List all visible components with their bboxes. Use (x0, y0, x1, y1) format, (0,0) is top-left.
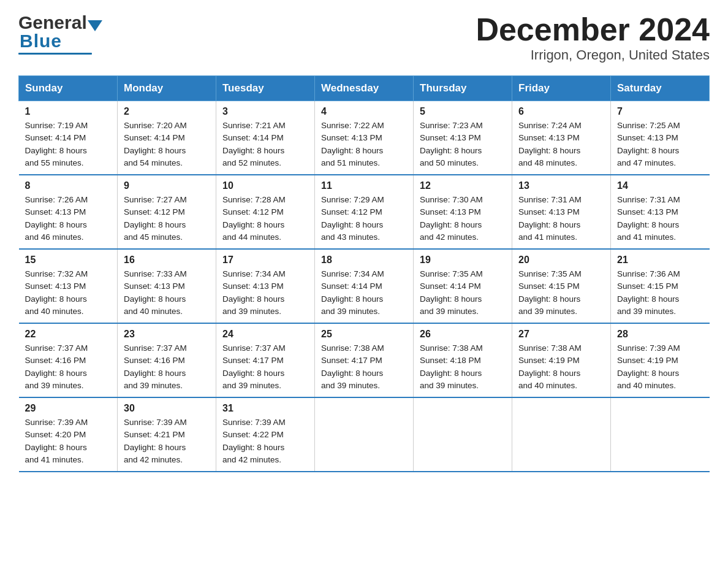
day-info: Sunrise: 7:38 AM Sunset: 4:17 PM Dayligh… (321, 342, 407, 392)
day-number: 15 (25, 255, 112, 266)
calendar-cell: 11 Sunrise: 7:29 AM Sunset: 4:12 PM Dayl… (315, 175, 414, 249)
logo-blue-text: Blue (20, 31, 62, 52)
day-info: Sunrise: 7:29 AM Sunset: 4:12 PM Dayligh… (321, 194, 407, 243)
day-number: 1 (25, 106, 112, 117)
day-number: 10 (222, 180, 308, 191)
calendar-cell: 2 Sunrise: 7:20 AM Sunset: 4:14 PM Dayli… (118, 101, 216, 175)
day-info: Sunrise: 7:35 AM Sunset: 4:14 PM Dayligh… (420, 268, 506, 318)
day-info: Sunrise: 7:38 AM Sunset: 4:19 PM Dayligh… (518, 342, 604, 392)
logo: General Blue (18, 12, 103, 55)
day-number: 12 (420, 180, 506, 191)
logo-triangle-icon (88, 20, 102, 31)
logo-underline (18, 53, 92, 55)
day-info: Sunrise: 7:35 AM Sunset: 4:15 PM Dayligh… (518, 268, 604, 318)
calendar-cell: 30 Sunrise: 7:39 AM Sunset: 4:21 PM Dayl… (118, 397, 216, 472)
day-info: Sunrise: 7:37 AM Sunset: 4:16 PM Dayligh… (25, 342, 112, 392)
day-info: Sunrise: 7:39 AM Sunset: 4:21 PM Dayligh… (124, 416, 210, 466)
calendar-cell: 21 Sunrise: 7:36 AM Sunset: 4:15 PM Dayl… (611, 249, 710, 323)
calendar-cell: 27 Sunrise: 7:38 AM Sunset: 4:19 PM Dayl… (512, 323, 611, 397)
page-header: General Blue December 2024 Irrigon, Oreg… (18, 12, 710, 63)
calendar-cell: 1 Sunrise: 7:19 AM Sunset: 4:14 PM Dayli… (19, 101, 118, 175)
calendar-cell: 23 Sunrise: 7:37 AM Sunset: 4:16 PM Dayl… (118, 323, 216, 397)
day-info: Sunrise: 7:39 AM Sunset: 4:19 PM Dayligh… (617, 342, 703, 392)
day-number: 8 (25, 180, 112, 191)
day-info: Sunrise: 7:27 AM Sunset: 4:12 PM Dayligh… (124, 194, 210, 243)
day-number: 21 (617, 255, 703, 266)
title-block: December 2024 Irrigon, Oregon, United St… (476, 12, 710, 63)
logo-general-text: General (18, 12, 87, 33)
week-row-3: 15 Sunrise: 7:32 AM Sunset: 4:13 PM Dayl… (19, 249, 710, 323)
day-number: 28 (617, 329, 703, 340)
day-info: Sunrise: 7:25 AM Sunset: 4:13 PM Dayligh… (617, 120, 703, 169)
day-number: 25 (321, 329, 407, 340)
calendar-cell: 7 Sunrise: 7:25 AM Sunset: 4:13 PM Dayli… (611, 101, 710, 175)
day-number: 22 (25, 329, 112, 340)
day-number: 19 (420, 255, 506, 266)
calendar-table: SundayMondayTuesdayWednesdayThursdayFrid… (18, 75, 710, 472)
header-friday: Friday (512, 76, 611, 101)
calendar-cell: 29 Sunrise: 7:39 AM Sunset: 4:20 PM Dayl… (19, 397, 118, 472)
calendar-cell: 10 Sunrise: 7:28 AM Sunset: 4:12 PM Dayl… (216, 175, 315, 249)
day-number: 30 (124, 403, 210, 414)
day-number: 31 (222, 403, 308, 414)
calendar-cell (414, 397, 512, 472)
day-info: Sunrise: 7:32 AM Sunset: 4:13 PM Dayligh… (25, 268, 112, 318)
day-number: 24 (222, 329, 308, 340)
week-row-4: 22 Sunrise: 7:37 AM Sunset: 4:16 PM Dayl… (19, 323, 710, 397)
header-saturday: Saturday (611, 76, 710, 101)
calendar-cell (315, 397, 414, 472)
day-number: 20 (518, 255, 604, 266)
week-row-2: 8 Sunrise: 7:26 AM Sunset: 4:13 PM Dayli… (19, 175, 710, 249)
day-number: 14 (617, 180, 703, 191)
calendar-cell: 9 Sunrise: 7:27 AM Sunset: 4:12 PM Dayli… (118, 175, 216, 249)
day-info: Sunrise: 7:33 AM Sunset: 4:13 PM Dayligh… (124, 268, 210, 318)
day-number: 29 (25, 403, 112, 414)
calendar-header-row: SundayMondayTuesdayWednesdayThursdayFrid… (19, 76, 710, 101)
day-info: Sunrise: 7:34 AM Sunset: 4:14 PM Dayligh… (321, 268, 407, 318)
calendar-cell (611, 397, 710, 472)
calendar-cell: 12 Sunrise: 7:30 AM Sunset: 4:13 PM Dayl… (414, 175, 512, 249)
day-info: Sunrise: 7:39 AM Sunset: 4:20 PM Dayligh… (25, 416, 112, 466)
calendar-title: December 2024 (476, 12, 710, 47)
day-info: Sunrise: 7:37 AM Sunset: 4:17 PM Dayligh… (222, 342, 308, 392)
calendar-cell: 6 Sunrise: 7:24 AM Sunset: 4:13 PM Dayli… (512, 101, 611, 175)
day-info: Sunrise: 7:36 AM Sunset: 4:15 PM Dayligh… (617, 268, 703, 318)
calendar-cell: 17 Sunrise: 7:34 AM Sunset: 4:13 PM Dayl… (216, 249, 315, 323)
calendar-cell: 31 Sunrise: 7:39 AM Sunset: 4:22 PM Dayl… (216, 397, 315, 472)
day-info: Sunrise: 7:28 AM Sunset: 4:12 PM Dayligh… (222, 194, 308, 243)
day-number: 3 (222, 106, 308, 117)
day-info: Sunrise: 7:34 AM Sunset: 4:13 PM Dayligh… (222, 268, 308, 318)
calendar-cell (512, 397, 611, 472)
week-row-5: 29 Sunrise: 7:39 AM Sunset: 4:20 PM Dayl… (19, 397, 710, 472)
day-info: Sunrise: 7:23 AM Sunset: 4:13 PM Dayligh… (420, 120, 506, 169)
day-info: Sunrise: 7:19 AM Sunset: 4:14 PM Dayligh… (25, 120, 112, 169)
calendar-cell: 5 Sunrise: 7:23 AM Sunset: 4:13 PM Dayli… (414, 101, 512, 175)
header-monday: Monday (118, 76, 216, 101)
header-tuesday: Tuesday (216, 76, 315, 101)
day-number: 11 (321, 180, 407, 191)
header-wednesday: Wednesday (315, 76, 414, 101)
calendar-cell: 18 Sunrise: 7:34 AM Sunset: 4:14 PM Dayl… (315, 249, 414, 323)
day-number: 16 (124, 255, 210, 266)
day-info: Sunrise: 7:21 AM Sunset: 4:14 PM Dayligh… (222, 120, 308, 169)
calendar-cell: 20 Sunrise: 7:35 AM Sunset: 4:15 PM Dayl… (512, 249, 611, 323)
calendar-cell: 13 Sunrise: 7:31 AM Sunset: 4:13 PM Dayl… (512, 175, 611, 249)
calendar-cell: 14 Sunrise: 7:31 AM Sunset: 4:13 PM Dayl… (611, 175, 710, 249)
day-info: Sunrise: 7:26 AM Sunset: 4:13 PM Dayligh… (25, 194, 112, 243)
day-number: 2 (124, 106, 210, 117)
header-sunday: Sunday (19, 76, 118, 101)
day-info: Sunrise: 7:31 AM Sunset: 4:13 PM Dayligh… (617, 194, 703, 243)
day-number: 27 (518, 329, 604, 340)
calendar-cell: 16 Sunrise: 7:33 AM Sunset: 4:13 PM Dayl… (118, 249, 216, 323)
calendar-subtitle: Irrigon, Oregon, United States (476, 47, 710, 63)
day-info: Sunrise: 7:24 AM Sunset: 4:13 PM Dayligh… (518, 120, 604, 169)
week-row-1: 1 Sunrise: 7:19 AM Sunset: 4:14 PM Dayli… (19, 101, 710, 175)
calendar-cell: 26 Sunrise: 7:38 AM Sunset: 4:18 PM Dayl… (414, 323, 512, 397)
day-info: Sunrise: 7:31 AM Sunset: 4:13 PM Dayligh… (518, 194, 604, 243)
day-number: 7 (617, 106, 703, 117)
calendar-cell: 19 Sunrise: 7:35 AM Sunset: 4:14 PM Dayl… (414, 249, 512, 323)
day-number: 17 (222, 255, 308, 266)
day-number: 4 (321, 106, 407, 117)
day-number: 26 (420, 329, 506, 340)
calendar-cell: 24 Sunrise: 7:37 AM Sunset: 4:17 PM Dayl… (216, 323, 315, 397)
